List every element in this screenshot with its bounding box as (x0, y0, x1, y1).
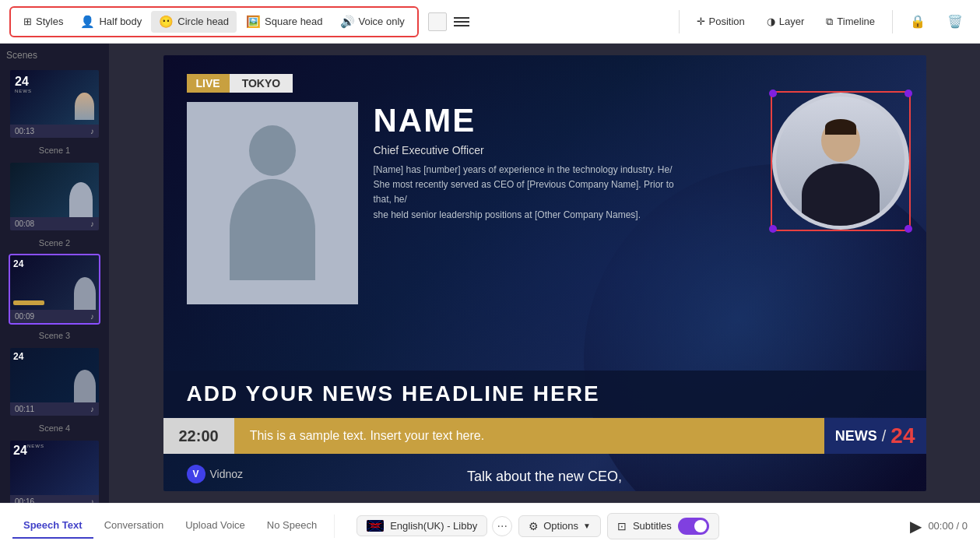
scene-2-preview (10, 163, 99, 217)
scene-2-label: Scene 2 (39, 237, 70, 249)
language-name: English(UK) - Libby (390, 520, 477, 532)
style-options-group: ⊞ Styles 👤 Half body 😶 Circle head 🖼️ Sq… (9, 6, 419, 37)
subtitles-control: ⊡ Subtitles (607, 513, 719, 539)
no-speech-tab[interactable]: No Speech (256, 513, 328, 539)
upload-voice-tab[interactable]: Upload Voice (174, 513, 256, 539)
music-icon-1: ♪ (90, 127, 94, 135)
timeline-label: Timeline (837, 16, 875, 27)
music-icon-2: ♪ (90, 220, 94, 228)
ticker-news-label: NEWS (835, 428, 877, 444)
timeline-icon: ⧉ (826, 16, 833, 28)
scene-3-preview: 24 (10, 255, 99, 310)
canvas-area: LIVE TOKYO NAME Chief Executive Officer … (109, 44, 980, 503)
scene-5-bottom: 00:16 ♪ (10, 495, 99, 503)
main-area: Scenes 24 NEWS 00:13 ♪ Scene 1 00:08 (0, 44, 980, 503)
scene-1-thumbnail[interactable]: 24 NEWS 00:13 ♪ (9, 68, 100, 139)
scene-2-thumbnail[interactable]: 00:08 ♪ (9, 161, 100, 232)
conversation-tab[interactable]: Conversation (93, 513, 175, 539)
half-body-icon: 👤 (80, 15, 95, 29)
live-badge: LIVE TOKYO (187, 74, 293, 93)
delete-button[interactable]: 🗑️ (940, 10, 971, 33)
person-hair (825, 119, 856, 135)
toolbar: ⊞ Styles 👤 Half body 😶 Circle head 🖼️ Sq… (0, 0, 980, 44)
scene-5-thumbnail[interactable]: 24 NEWS 00:16 ♪ (9, 439, 100, 503)
scene-1-preview: 24 NEWS (10, 70, 99, 125)
live-tag: LIVE (187, 74, 230, 93)
circle-head-button[interactable]: 😶 Circle head (151, 11, 237, 33)
silhouette-body (230, 179, 315, 280)
voice-only-button[interactable]: 🔊 Voice only (332, 11, 413, 33)
layer-label: Layer (779, 16, 805, 27)
timeline-button[interactable]: ⧉ Timeline (818, 12, 883, 32)
scene-2-bottom: 00:08 ♪ (10, 217, 99, 230)
scene-1-label: Scene 1 (39, 144, 70, 156)
headline-text: ADD YOUR NEWS HEADLINE HERE (187, 381, 903, 406)
styles-label: Styles (36, 16, 63, 27)
scene-2-time: 00:08 (15, 220, 34, 228)
scene-3-bottom: 00:09 ♪ (10, 310, 99, 323)
scene-1-time: 00:13 (15, 127, 34, 135)
ticker-bar: 22:00 This is a sample text. Insert your… (163, 418, 926, 454)
avatar-placeholder (187, 102, 358, 304)
avatar-photo-container[interactable] (771, 91, 911, 231)
scene-1-bottom: 00:13 ♪ (10, 125, 99, 138)
voice-only-label: Voice only (359, 16, 405, 27)
half-body-label: Half body (99, 16, 142, 27)
handle-top-left[interactable] (769, 90, 777, 97)
avatar-silhouette (222, 125, 323, 281)
scene-4-bottom: 00:11 ♪ (10, 402, 99, 416)
music-icon-3: ♪ (90, 312, 94, 321)
silhouette-head (249, 125, 296, 176)
layer-icon: ◑ (767, 16, 775, 27)
toolbar-divider (679, 10, 680, 33)
avatar-photo-inner (776, 97, 904, 225)
handle-bottom-right[interactable] (904, 225, 912, 233)
half-body-button[interactable]: 👤 Half body (72, 11, 149, 33)
bottom-bar: Speech Text Conversation Upload Voice No… (0, 503, 980, 548)
scene-4-preview: 24 (10, 348, 99, 402)
avatar-photo (772, 93, 909, 230)
speech-text-tab[interactable]: Speech Text (12, 513, 93, 539)
handle-top-right[interactable] (904, 90, 912, 97)
person-desc: [Name] has [number] years of experience … (374, 163, 763, 223)
square-head-label: Square head (265, 16, 322, 27)
scenes-header: Scenes (6, 50, 37, 61)
language-selector[interactable]: English(UK) - Libby (357, 515, 487, 536)
scene-3-thumbnail[interactable]: 24 00:09 ♪ (9, 254, 100, 325)
subtitles-toggle[interactable] (678, 518, 709, 535)
scene-4-thumbnail[interactable]: 24 00:11 ♪ (9, 346, 100, 417)
circle-head-label: Circle head (177, 16, 229, 27)
styles-button[interactable]: ⊞ Styles (16, 12, 71, 31)
lock-button[interactable]: 🔒 (902, 10, 933, 33)
ticker-time: 22:00 (163, 418, 234, 454)
play-icon: ▶ (910, 517, 922, 536)
person-body (802, 163, 880, 226)
music-icon-4: ♪ (90, 405, 94, 413)
scene-5-time: 00:16 (15, 497, 34, 503)
canvas-frame[interactable]: LIVE TOKYO NAME Chief Executive Officer … (163, 55, 926, 491)
sidebar: Scenes 24 NEWS 00:13 ♪ Scene 1 00:08 (0, 44, 109, 503)
play-button[interactable]: ▶ 00:00 / 0 (910, 517, 968, 536)
square-head-icon: 🖼️ (246, 15, 261, 29)
person-figure (789, 110, 891, 226)
handle-bottom-left[interactable] (769, 225, 777, 233)
square-head-button[interactable]: 🖼️ Square head (238, 11, 330, 33)
canvas-wrapper: LIVE TOKYO NAME Chief Executive Officer … (109, 44, 980, 503)
ticker-brand: NEWS / 24 (824, 418, 926, 454)
options-icon: ⚙ (529, 520, 539, 532)
scene-4-time: 00:11 (15, 405, 34, 413)
scene-3-label: Scene 3 (39, 329, 70, 342)
menu-icon[interactable] (450, 13, 473, 30)
person-head (821, 119, 860, 162)
color-swatch[interactable] (428, 12, 447, 31)
layer-button[interactable]: ◑ Layer (759, 12, 813, 31)
toolbar-divider-2 (892, 10, 893, 33)
scene-3-time: 00:09 (15, 312, 34, 321)
language-options-button[interactable]: ··· (492, 516, 512, 536)
styles-icon: ⊞ (23, 16, 32, 27)
options-button[interactable]: ⚙ Options ▼ (518, 515, 601, 537)
position-button[interactable]: ✛ Position (689, 12, 753, 31)
position-icon: ✛ (697, 16, 705, 27)
subtitles-label: Subtitles (633, 520, 672, 532)
options-chevron-icon: ▼ (583, 522, 591, 530)
